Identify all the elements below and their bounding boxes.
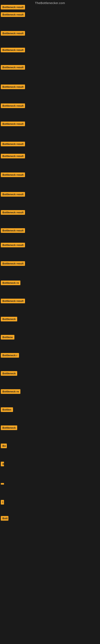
bottleneck-bar[interactable]: Bottleneck r [1, 353, 19, 358]
result-row: Bottleneck [0, 425, 18, 432]
result-row: Bottleneck r [0, 352, 20, 359]
result-row [0, 481, 5, 486]
bottleneck-bar[interactable]: Bottleneck result [1, 142, 25, 146]
result-row: Bottleneck result [0, 191, 26, 198]
result-row: B [0, 461, 5, 468]
bottleneck-bar[interactable]: Bottleneck [1, 426, 17, 430]
result-row: Bottleneck result [0, 47, 26, 54]
bottleneck-bar[interactable]: I [1, 500, 4, 504]
bottleneck-bar[interactable]: Bottleneck result [1, 172, 25, 177]
bottleneck-bar[interactable]: Bottleneck result [1, 192, 25, 196]
bottleneck-bar[interactable]: Bottleneck result [1, 261, 25, 266]
result-row: Bottleneck result [0, 84, 26, 91]
result-row: Bottlene [0, 334, 15, 341]
result-row: Bottleneck result [0, 298, 26, 305]
bottleneck-bar[interactable] [1, 483, 4, 484]
bottleneck-bar[interactable]: Bottleneck result [1, 122, 25, 126]
bottleneck-bar[interactable]: Bottleneck result [1, 84, 25, 89]
bottleneck-bar[interactable]: Bottleneck result [1, 31, 25, 36]
bottleneck-bar[interactable]: Bottleneck result [1, 154, 25, 158]
page-wrapper: TheBottlenecker.com Bottleneck resultBot… [0, 0, 100, 644]
bottleneck-bar[interactable]: Bott [1, 516, 8, 521]
bottleneck-bar[interactable]: Bottleneck result [1, 12, 25, 17]
result-row: Bottleneck result [0, 209, 26, 216]
bottleneck-bar[interactable]: Bottlene [1, 335, 14, 340]
result-row: Bottleneck result [0, 228, 26, 234]
bottleneck-bar[interactable]: Bottleneck result [1, 299, 25, 303]
bottleneck-bar[interactable]: Bottleneck result [1, 48, 25, 52]
result-row: Bottleneck [0, 316, 18, 323]
result-row: Bo [0, 443, 8, 450]
result-row: Bottlen [0, 406, 14, 414]
result-row: Bottleneck result [0, 64, 26, 71]
bottleneck-bar[interactable]: Bottleneck result [1, 5, 25, 10]
result-row: Bottleneck result [0, 242, 26, 249]
result-row: Bottleneck result [0, 153, 26, 160]
result-row: Bottleneck result [0, 12, 26, 18]
bottleneck-bar[interactable]: Bottlen [1, 407, 13, 412]
result-row: Bottleneck result [0, 4, 26, 11]
result-row: Bottleneck result [0, 121, 26, 128]
result-row: Bottleneck result [0, 141, 26, 148]
bottleneck-bar[interactable]: Bottleneck result [1, 210, 25, 215]
result-row: Bottleneck re [0, 388, 21, 396]
result-row: Bottleneck result [0, 103, 26, 110]
bottleneck-bar[interactable]: Bottleneck re [1, 280, 20, 285]
bottleneck-bar[interactable]: Bottleneck [1, 371, 17, 376]
bottleneck-bar[interactable]: Bottleneck result [1, 243, 25, 247]
result-row: Bottleneck result [0, 172, 26, 179]
bottleneck-bar[interactable]: Bottleneck [1, 317, 17, 322]
result-row: Bottleneck result [0, 260, 26, 268]
result-row: Bottleneck re [0, 280, 21, 287]
bottleneck-bar[interactable]: Bottleneck result [1, 228, 25, 233]
result-row: Bott [0, 515, 9, 522]
bottleneck-bar[interactable]: B [1, 462, 4, 466]
result-row: I [0, 499, 5, 506]
bottleneck-bar[interactable]: Bottleneck re [1, 389, 20, 394]
result-row: Bottleneck result [0, 30, 26, 37]
bottleneck-bar[interactable]: Bottleneck result [1, 104, 25, 108]
result-row: Bottleneck [0, 370, 18, 377]
bottleneck-bar[interactable]: Bottleneck result [1, 65, 25, 70]
bottleneck-bar[interactable]: Bo [1, 444, 7, 448]
